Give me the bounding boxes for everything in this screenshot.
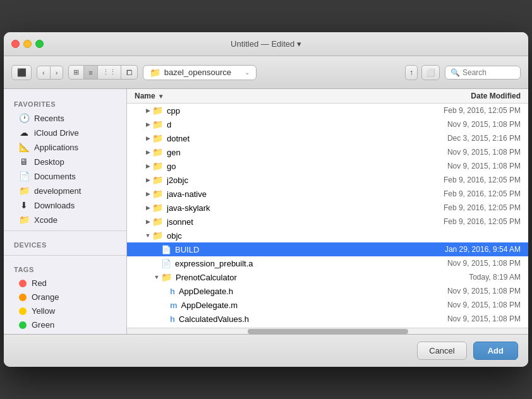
downloads-icon: ⬇ — [19, 200, 29, 210]
back-button[interactable]: ‹ — [37, 66, 51, 80]
sidebar-label-yellow: Yellow — [32, 306, 55, 316]
location-folder-icon: 📁 — [150, 68, 160, 78]
sidebar-label-recents: Recents — [34, 114, 64, 123]
table-row[interactable]: m AppDelegate.m Nov 9, 2015, 1:08 PM — [127, 298, 528, 312]
table-row[interactable]: ▶ 📁 go Nov 9, 2015, 1:08 PM — [127, 159, 528, 173]
sidebar-label-red: Red — [32, 278, 47, 288]
expand-icon: ▶ — [143, 218, 152, 225]
view-icon-button[interactable]: ⊞ — [68, 65, 84, 80]
cancel-button[interactable]: Cancel — [417, 342, 466, 360]
icon-grid-icon: ⊞ — [73, 68, 79, 76]
table-row[interactable]: ▶ 📁 jsonnet Feb 9, 2016, 12:05 PM — [127, 215, 528, 229]
file-name: PrenotCalculator — [176, 273, 407, 282]
tag-icon: ⬜ — [426, 68, 435, 77]
expand-icon: ▶ — [143, 149, 152, 155]
minimize-button[interactable] — [23, 40, 32, 48]
table-row[interactable]: h CalculatedValues.h Nov 9, 2015, 1:08 P… — [127, 312, 528, 326]
table-row[interactable]: 📄 BUILD Jan 29, 2016, 9:54 AM — [127, 242, 528, 256]
table-row[interactable]: ▶ 📁 gen Nov 9, 2015, 1:08 PM — [127, 145, 528, 159]
build-file-icon: 📄 — [161, 245, 171, 254]
view-cover-button[interactable]: ⧠ — [121, 65, 138, 80]
location-name: bazel_opensource — [164, 68, 241, 77]
file-name: java-skylark — [167, 203, 407, 213]
folder-icon: 📁 — [152, 147, 163, 157]
file-icon: 📄 — [161, 259, 171, 268]
file-date: Nov 9, 2015, 1:08 PM — [407, 301, 521, 309]
file-date: Today, 8:19 AM — [407, 273, 521, 282]
desktop-icon: 🖥 — [19, 157, 29, 167]
table-row[interactable]: ▼ 📁 PrenotCalculator Today, 8:19 AM — [127, 270, 528, 284]
table-row[interactable]: ▼ 📁 objc — [127, 229, 528, 242]
expand-icon: ▼ — [143, 232, 152, 239]
close-button[interactable] — [11, 40, 20, 48]
view-columns-button[interactable]: ⋮⋮ — [98, 65, 121, 80]
sidebar-tag-red[interactable]: Red — [6, 277, 124, 290]
development-icon: 📁 — [19, 186, 29, 196]
file-date: Nov 9, 2015, 1:08 PM — [407, 162, 521, 170]
folder-icon: 📁 — [152, 133, 163, 143]
file-date: Dec 3, 2015, 2:16 PM — [407, 134, 521, 143]
file-name: jsonnet — [167, 217, 407, 227]
tag-button[interactable]: ⬜ — [421, 65, 440, 80]
sidebar-toggle-icon: ⬛ — [17, 68, 27, 77]
expand-icon: ▶ — [143, 107, 152, 114]
file-name: go — [167, 162, 407, 171]
title-edited: — Edited ▾ — [261, 39, 301, 49]
applications-icon: 📐 — [19, 142, 29, 152]
view-buttons: ⊞ ≡ ⋮⋮ ⧠ — [68, 65, 137, 80]
folder-icon: 📁 — [152, 161, 163, 171]
sidebar-item-xcode[interactable]: 📁 Xcode — [6, 213, 124, 227]
location-dropdown-icon: ⌄ — [245, 69, 250, 76]
icloud-icon: ☁ — [19, 128, 29, 138]
search-box[interactable]: 🔍 — [445, 66, 521, 80]
search-input[interactable] — [462, 68, 513, 77]
table-row[interactable]: h AppDelegate.h Nov 9, 2015, 1:08 PM — [127, 284, 528, 298]
add-button[interactable]: Add — [473, 342, 518, 360]
green-tag-dot — [19, 321, 27, 329]
table-row[interactable]: ▶ 📁 java-native Feb 9, 2016, 12:05 PM — [127, 187, 528, 201]
search-icon: 🔍 — [450, 68, 460, 77]
horizontal-scrollbar[interactable] — [127, 328, 528, 334]
table-row[interactable]: ▶ 📁 d Nov 9, 2015, 1:08 PM — [127, 117, 528, 131]
h-file-icon: h — [170, 314, 175, 324]
view-list-button[interactable]: ≡ — [84, 65, 97, 80]
tags-header: Tags — [4, 259, 126, 276]
file-list-scroll[interactable]: ▶ 📁 cpp Feb 9, 2016, 12:05 PM ▶ 📁 d Nov … — [127, 104, 528, 328]
table-row[interactable]: ▶ 📁 j2objc Feb 9, 2016, 12:05 PM — [127, 173, 528, 187]
share-button[interactable]: ↑ — [405, 65, 418, 80]
sidebar-item-documents[interactable]: 📄 Documents — [6, 169, 124, 183]
table-row[interactable]: ▶ 📁 dotnet Dec 3, 2015, 2:16 PM — [127, 131, 528, 145]
sidebar-label-downloads: Downloads — [34, 201, 75, 210]
recents-icon: 🕐 — [19, 113, 29, 123]
column-name-header[interactable]: Name ▼ — [135, 92, 407, 100]
sidebar-label-documents: Documents — [34, 172, 76, 181]
sidebar-item-desktop[interactable]: 🖥 Desktop — [6, 155, 124, 169]
sidebar-item-downloads[interactable]: ⬇ Downloads — [6, 198, 124, 212]
sidebar-item-applications[interactable]: 📐 Applications — [6, 140, 124, 154]
table-row[interactable]: 📄 expression_prebuilt.a Nov 9, 2015, 1:0… — [127, 256, 528, 270]
file-list-header: Name ▼ Date Modified — [127, 89, 528, 104]
cover-flow-icon: ⧠ — [126, 69, 133, 76]
file-date: Feb 9, 2016, 12:05 PM — [407, 106, 521, 115]
sidebar-divider-1 — [4, 230, 126, 231]
sidebar-toggle-button[interactable]: ⬛ — [11, 65, 32, 80]
expand-icon: ▶ — [143, 177, 152, 183]
location-bar[interactable]: 📁 bazel_opensource ⌄ — [143, 65, 257, 80]
sidebar-item-recents[interactable]: 🕐 Recents — [6, 111, 124, 125]
sidebar-tag-yellow[interactable]: Yellow — [6, 304, 124, 318]
table-row[interactable]: ▶ 📁 java-skylark Feb 9, 2016, 12:05 PM — [127, 201, 528, 215]
file-date: Nov 9, 2015, 1:08 PM — [407, 259, 521, 268]
documents-icon: 📄 — [19, 171, 29, 181]
sidebar-label-desktop: Desktop — [34, 157, 64, 167]
file-date: Nov 9, 2015, 1:08 PM — [407, 120, 521, 129]
sidebar-tag-green[interactable]: Green — [6, 318, 124, 331]
sidebar-tag-orange[interactable]: Orange — [6, 290, 124, 304]
file-name: java-native — [167, 189, 407, 199]
forward-button[interactable]: › — [51, 66, 64, 80]
file-name: AppDelegate.h — [179, 287, 407, 296]
folder-icon: 📁 — [152, 217, 163, 227]
sidebar-item-icloud[interactable]: ☁ iCloud Drive — [6, 126, 124, 140]
table-row[interactable]: ▶ 📁 cpp Feb 9, 2016, 12:05 PM — [127, 104, 528, 117]
maximize-button[interactable] — [35, 40, 44, 48]
sidebar-item-development[interactable]: 📁 development — [6, 184, 124, 198]
